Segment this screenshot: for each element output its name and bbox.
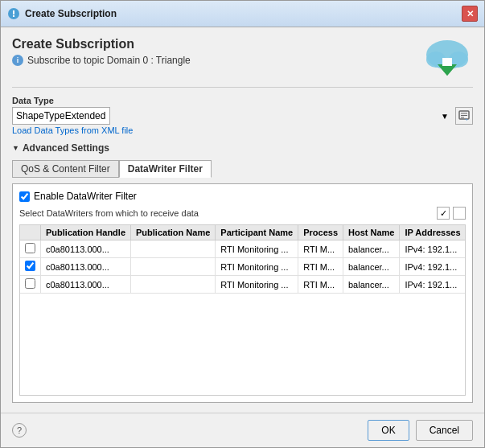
cell-participant-0: RTI Monitoring ... — [216, 240, 298, 258]
cancel-button[interactable]: Cancel — [416, 420, 473, 441]
data-type-dropdown[interactable]: ShapeTypeExtended — [12, 107, 110, 125]
cell-host-1: balancer... — [343, 258, 400, 276]
title-bar: Create Subscription ✕ — [1, 1, 484, 27]
svg-rect-2 — [13, 15, 14, 17]
header-divider — [12, 87, 473, 88]
col-ip: IP Addresses — [400, 225, 466, 240]
datawriters-table: Publication Handle Publication Name Part… — [20, 225, 466, 294]
cell-participant-1: RTI Monitoring ... — [216, 258, 298, 276]
cell-handle-1: c0a80113.000... — [41, 258, 131, 276]
table-row[interactable]: c0a80113.000... RTI Monitoring ... RTI M… — [20, 240, 466, 258]
table-body: c0a80113.000... RTI Monitoring ... RTI M… — [20, 240, 466, 294]
select-datawriters-row: Select DataWriters from which to receive… — [19, 207, 466, 220]
load-type-button[interactable] — [455, 107, 473, 125]
dialog-header: Create Subscription i Subscribe to topic… — [12, 37, 473, 79]
cell-pubname-0 — [131, 240, 216, 258]
subtitle-text: Subscribe to topic Domain 0 : Triangle — [27, 55, 191, 66]
col-checkbox — [20, 225, 41, 240]
data-type-section: Data Type ShapeTypeExtended ▼ — [12, 96, 473, 136]
cell-ip-0: IPv4: 192.1... — [400, 240, 466, 258]
info-icon: i — [12, 55, 23, 66]
table-row[interactable]: c0a80113.000... RTI Monitoring ... RTI M… — [20, 258, 466, 276]
select-all-button[interactable]: ✓ — [437, 207, 450, 220]
help-section: ? — [12, 423, 27, 438]
advanced-header: ▼ Advanced Settings — [12, 142, 473, 154]
help-button[interactable]: ? — [12, 423, 27, 438]
tab-qos[interactable]: QoS & Content Filter — [12, 160, 119, 178]
load-xml-link[interactable]: Load Data Types from XML file — [12, 125, 133, 135]
dropdown-arrow-icon: ▼ — [441, 112, 449, 121]
select-datawriters-label: Select DataWriters from which to receive… — [19, 208, 199, 218]
enable-filter-checkbox[interactable] — [19, 191, 30, 202]
cell-host-0: balancer... — [343, 240, 400, 258]
cloud-download-icon — [421, 37, 473, 79]
col-host: Host Name — [343, 225, 400, 240]
advanced-section: ▼ Advanced Settings — [12, 142, 473, 154]
cell-host-2: balancer... — [343, 276, 400, 294]
row-checkbox-0[interactable] — [25, 243, 35, 253]
filter-tabs: QoS & Content Filter DataWriter Filter — [12, 160, 473, 178]
cell-ip-2: IPv4: 192.1... — [400, 276, 466, 294]
enable-filter-label: Enable DataWriter Filter — [34, 191, 137, 202]
header-left: Create Subscription i Subscribe to topic… — [12, 37, 191, 66]
col-handle: Publication Handle — [41, 225, 131, 240]
col-process: Process — [298, 225, 343, 240]
datawriter-filter-panel: Enable DataWriter Filter Select DataWrit… — [12, 183, 473, 403]
table-row[interactable]: c0a80113.000... RTI Monitoring ... RTI M… — [20, 276, 466, 294]
data-type-label: Data Type — [12, 96, 473, 105]
deselect-all-button[interactable] — [453, 207, 466, 220]
load-icon — [458, 110, 470, 121]
cell-process-2: RTI M... — [298, 276, 343, 294]
close-button[interactable]: ✕ — [462, 6, 478, 22]
dialog-title: Create Subscription — [12, 37, 191, 51]
row-checkbox-1[interactable] — [25, 261, 35, 271]
tab-datawriter[interactable]: DataWriter Filter — [119, 160, 212, 178]
dialog-content: Create Subscription i Subscribe to topic… — [1, 27, 484, 413]
svg-marker-14 — [465, 119, 467, 121]
svg-rect-1 — [13, 10, 14, 14]
cloud-svg — [421, 37, 473, 79]
advanced-label: Advanced Settings — [23, 142, 109, 154]
dialog-footer: ? OK Cancel — [1, 413, 484, 447]
svg-marker-9 — [439, 66, 455, 76]
cell-handle-2: c0a80113.000... — [41, 276, 131, 294]
cell-participant-2: RTI Monitoring ... — [216, 276, 298, 294]
cell-ip-1: IPv4: 192.1... — [400, 258, 466, 276]
cell-handle-0: c0a80113.000... — [41, 240, 131, 258]
ok-button[interactable]: OK — [368, 420, 409, 441]
title-bar-text: Create Subscription — [25, 8, 457, 19]
cell-pubname-1 — [131, 258, 216, 276]
col-pubname: Publication Name — [131, 225, 216, 240]
select-all-controls: ✓ — [437, 207, 466, 220]
datawriters-table-container: Publication Handle Publication Name Part… — [19, 224, 466, 396]
enable-filter-row: Enable DataWriter Filter — [19, 191, 466, 202]
cell-process-0: RTI M... — [298, 240, 343, 258]
data-type-row: ShapeTypeExtended ▼ — [12, 107, 473, 125]
row-checkbox-2[interactable] — [25, 278, 35, 289]
cell-process-1: RTI M... — [298, 258, 343, 276]
subtitle-row: i Subscribe to topic Domain 0 : Triangle — [12, 55, 191, 66]
cell-pubname-2 — [131, 276, 216, 294]
window-icon — [7, 7, 20, 20]
data-type-dropdown-wrapper[interactable]: ShapeTypeExtended ▼ — [12, 107, 452, 125]
collapse-icon[interactable]: ▼ — [12, 144, 19, 152]
col-participant: Participant Name — [216, 225, 298, 240]
main-window: Create Subscription ✕ Create Subscriptio… — [0, 0, 485, 448]
action-buttons: OK Cancel — [368, 420, 473, 441]
table-header-row: Publication Handle Publication Name Part… — [20, 225, 466, 240]
